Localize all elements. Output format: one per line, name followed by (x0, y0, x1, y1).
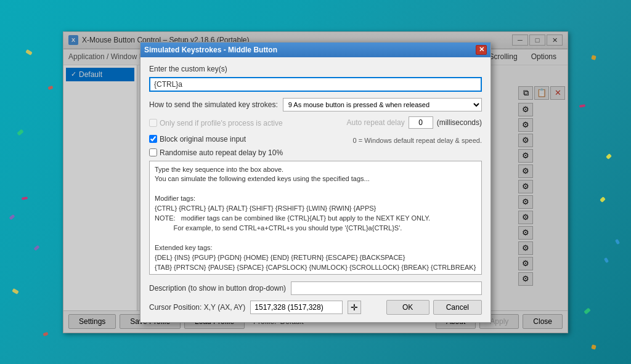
cancel-button[interactable]: Cancel (433, 300, 482, 315)
modal-close-button[interactable]: ✕ (476, 45, 487, 55)
modal-body: Enter the custom key(s) How to send the … (140, 57, 491, 322)
enter-keys-label: Enter the custom key(s) (149, 65, 482, 73)
cursor-pos-input[interactable] (250, 301, 343, 314)
how-to-send-label: How to send the simulated key strokes: (149, 100, 278, 109)
auto-repeat-row: Auto repeat delay (milliseconds) (347, 116, 482, 129)
auto-repeat-note: 0 = Windows default repeat delay & speed… (353, 137, 482, 144)
block-original-label: Block original mouse input (160, 135, 246, 144)
auto-repeat-label: Auto repeat delay (347, 118, 405, 127)
keys-input[interactable] (149, 77, 482, 92)
randomise-row: Randomise auto repeat delay by 10% (149, 148, 482, 157)
only-send-row: Only send if profile's process is active (149, 119, 283, 127)
block-original-checkbox[interactable] (149, 135, 157, 143)
main-window: X X-Mouse Button Control – Setup v2.18.6… (63, 31, 568, 333)
info-textarea: Type the key sequence into the box above… (149, 161, 482, 275)
description-input[interactable] (291, 281, 482, 295)
modal-title: Simulated Keystrokes - Middle Button (144, 46, 277, 54)
modal-dialog: Simulated Keystrokes - Middle Button ✕ E… (140, 42, 491, 323)
description-label: Description (to show in button drop-down… (149, 284, 286, 293)
cursor-row: Cursor Position: X,Y (AX, AY) ✛ OK Cance… (149, 300, 482, 315)
only-send-label: Only send if profile's process is active (160, 119, 283, 127)
description-row: Description (to show in button drop-down… (149, 281, 482, 295)
block-original-row: Block original mouse input (149, 135, 246, 144)
randomise-checkbox[interactable] (149, 148, 157, 156)
how-to-send-select[interactable]: 9 As mouse button is pressed & when rele… (283, 98, 482, 111)
modal-overlay: Simulated Keystrokes - Middle Button ✕ E… (63, 32, 568, 333)
how-to-send-row: How to send the simulated key strokes: 9… (149, 98, 482, 111)
cursor-crosshair-button[interactable]: ✛ (348, 301, 361, 314)
randomise-label: Randomise auto repeat delay by 10% (160, 148, 283, 157)
ok-button[interactable]: OK (386, 300, 429, 315)
cursor-pos-label: Cursor Position: X,Y (AX, AY) (149, 303, 245, 312)
auto-repeat-unit: (milliseconds) (437, 118, 482, 127)
only-send-checkbox[interactable] (149, 119, 157, 127)
modal-title-bar: Simulated Keystrokes - Middle Button ✕ (140, 42, 491, 57)
modal-footer-buttons: OK Cancel (386, 300, 482, 315)
auto-repeat-input[interactable] (409, 116, 433, 129)
